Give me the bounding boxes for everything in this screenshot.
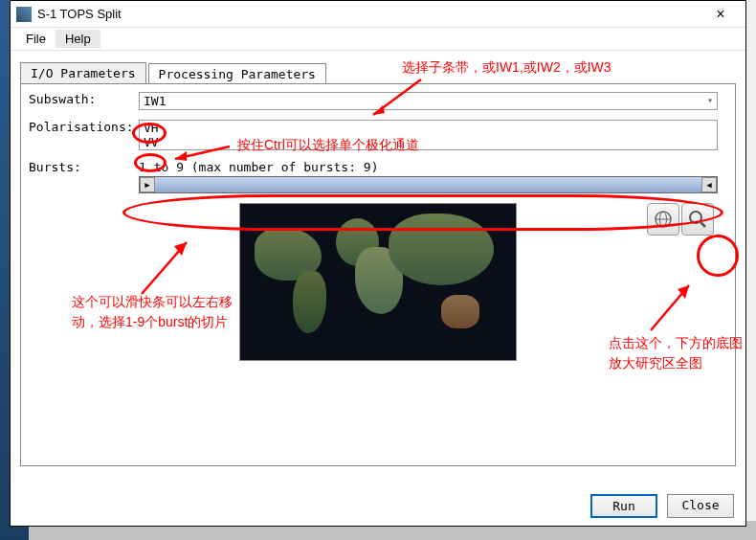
window-title: S-1 TOPS Split — [37, 7, 701, 21]
close-button[interactable]: Close — [667, 494, 734, 518]
zoom-in-button[interactable] — [681, 203, 714, 236]
world-map[interactable] — [239, 203, 517, 361]
polarisations-list[interactable]: VH VV — [139, 120, 718, 150]
polarisation-item-vh[interactable]: VH — [140, 121, 717, 135]
tab-io-parameters[interactable]: I/O Parameters — [20, 62, 146, 83]
subswath-label: Subswath: — [29, 92, 139, 106]
chevron-down-icon: ▾ — [707, 95, 713, 105]
slider-right-handle[interactable]: ◀ — [701, 177, 717, 192]
titlebar: S-1 TOPS Split × — [11, 1, 745, 28]
slider-left-handle[interactable]: ▶ — [140, 177, 155, 192]
app-icon — [16, 7, 32, 22]
window-close-button[interactable]: × — [701, 3, 740, 26]
content-panel: Subswath: IW1 ▾ Polarisations: VH VV Bur… — [20, 83, 736, 466]
menu-help[interactable]: Help — [56, 30, 100, 48]
subswath-select[interactable]: IW1 ▾ — [139, 92, 718, 110]
polarisation-item-vv[interactable]: VV — [140, 135, 717, 149]
bursts-label: Bursts: — [29, 160, 139, 174]
zoom-world-button[interactable] — [647, 203, 679, 236]
polarisations-label: Polarisations: — [29, 120, 139, 134]
globe-icon — [654, 210, 673, 229]
tabs: I/O Parameters Processing Parameters — [20, 62, 736, 83]
magnifier-icon — [688, 210, 707, 229]
app-window: S-1 TOPS Split × File Help I/O Parameter… — [10, 0, 746, 527]
bursts-slider[interactable]: ▶ ◀ — [139, 176, 718, 193]
run-button[interactable]: Run — [590, 494, 657, 518]
svg-point-3 — [690, 212, 701, 223]
tab-processing-parameters[interactable]: Processing Parameters — [148, 63, 326, 84]
subswath-value: IW1 — [144, 94, 166, 108]
menu-file[interactable]: File — [16, 30, 56, 48]
svg-line-4 — [700, 222, 705, 227]
slider-bar[interactable] — [155, 177, 701, 192]
menubar: File Help — [11, 28, 745, 51]
bursts-text: 1 to 9 (max number of bursts: 9) — [139, 160, 718, 174]
